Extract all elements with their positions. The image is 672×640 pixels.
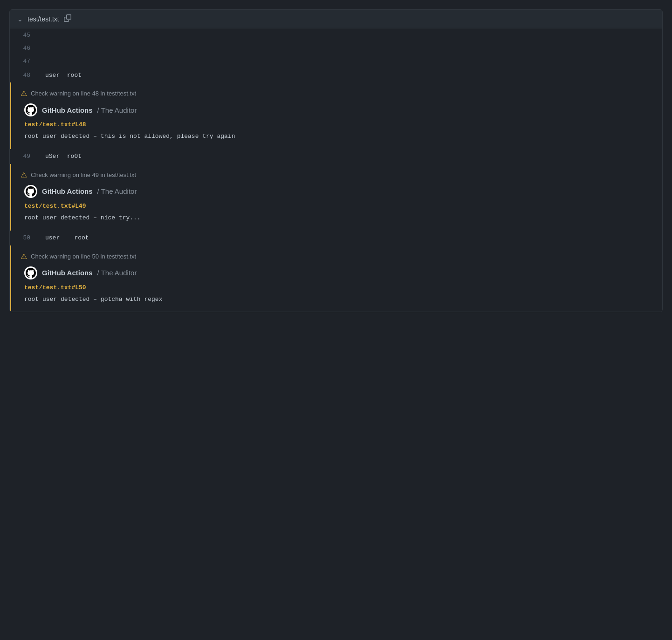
- warning-link-50[interactable]: test/test.txt#L50: [21, 284, 653, 291]
- code-area: 45 46 47 48 user root: [10, 28, 662, 82]
- source-name-49: GitHub Actions: [42, 187, 93, 195]
- warning-title-50: Check warning on line 50 in test/test.tx…: [31, 253, 136, 260]
- github-icon-49: [24, 185, 37, 198]
- line-number-46: 46: [10, 45, 38, 52]
- source-separator-48: / The Auditor: [97, 106, 137, 114]
- code-line-47: 47: [10, 54, 662, 68]
- code-line-46: 46: [10, 41, 662, 54]
- warning-icon-49: ⚠: [21, 170, 27, 179]
- github-icon-48: [24, 103, 37, 116]
- line-number-49: 49: [10, 153, 38, 160]
- warning-source-50: GitHub Actions / The Auditor: [21, 266, 653, 279]
- warning-icon-48: ⚠: [21, 89, 27, 98]
- code-area-49: 49 uSer ro0t: [10, 149, 662, 164]
- code-line-50: 50 user root: [10, 231, 662, 245]
- copy-icon[interactable]: [64, 14, 71, 23]
- source-separator-50: / The Auditor: [97, 269, 137, 277]
- warning-message-50: root user detected – gotcha with regex: [21, 295, 653, 305]
- warning-block-48: ⚠ Check warning on line 48 in test/test.…: [10, 82, 662, 149]
- code-area-50: 50 user root: [10, 231, 662, 245]
- warning-source-48: GitHub Actions / The Auditor: [21, 103, 653, 116]
- warning-title-48: Check warning on line 48 in test/test.tx…: [31, 90, 136, 97]
- warning-header-50: ⚠ Check warning on line 50 in test/test.…: [21, 252, 653, 261]
- line-number-50: 50: [10, 234, 38, 241]
- warning-message-49: root user detected – nice try...: [21, 213, 653, 223]
- line-number-45: 45: [10, 32, 38, 39]
- github-icon-50: [24, 266, 37, 279]
- file-header: ⌄ test/test.txt: [10, 10, 662, 28]
- warning-header-49: ⚠ Check warning on line 49 in test/test.…: [21, 170, 653, 179]
- warning-block-50: ⚠ Check warning on line 50 in test/test.…: [10, 245, 662, 312]
- warning-icon-50: ⚠: [21, 252, 27, 261]
- warning-link-49[interactable]: test/test.txt#L49: [21, 203, 653, 210]
- code-line-48: 48 user root: [10, 68, 662, 82]
- line-content-49: uSer ro0t: [38, 151, 662, 162]
- line-number-47: 47: [10, 58, 38, 65]
- line-content-45: [38, 33, 662, 37]
- warning-source-49: GitHub Actions / The Auditor: [21, 185, 653, 198]
- source-name-50: GitHub Actions: [42, 269, 93, 277]
- line-content-46: [38, 46, 662, 50]
- warning-link-48[interactable]: test/test.txt#L48: [21, 121, 653, 128]
- line-content-50: user root: [38, 232, 662, 243]
- file-path: test/test.txt: [27, 15, 59, 23]
- warning-message-48: root user detected – this is not allowed…: [21, 132, 653, 142]
- chevron-down-icon: ⌄: [17, 15, 23, 23]
- line-content-47: [38, 59, 662, 63]
- code-line-49: 49 uSer ro0t: [10, 149, 662, 164]
- code-line-45: 45: [10, 28, 662, 41]
- warning-title-49: Check warning on line 49 in test/test.tx…: [31, 171, 136, 178]
- source-separator-49: / The Auditor: [97, 187, 137, 195]
- file-viewer: ⌄ test/test.txt 45 46 47 48 user root: [9, 9, 663, 312]
- warning-block-49: ⚠ Check warning on line 49 in test/test.…: [10, 164, 662, 231]
- line-number-48: 48: [10, 72, 38, 79]
- line-content-48: user root: [38, 70, 662, 81]
- warning-header-48: ⚠ Check warning on line 48 in test/test.…: [21, 89, 653, 98]
- source-name-48: GitHub Actions: [42, 106, 93, 114]
